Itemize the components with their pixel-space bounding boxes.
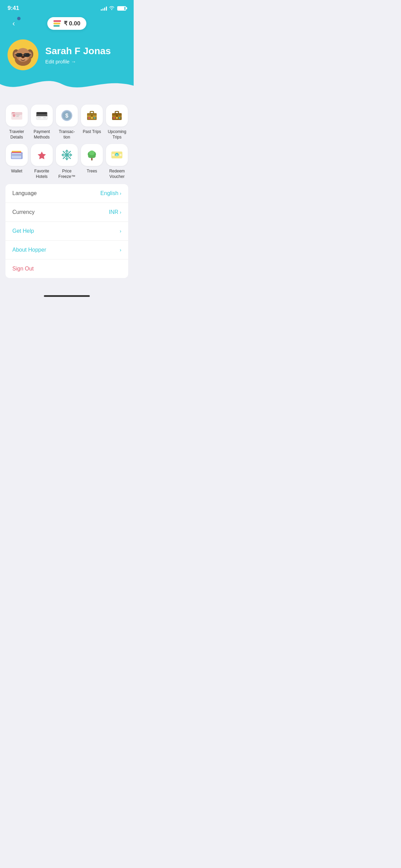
menu-item-wallet[interactable]: Wallet xyxy=(5,144,28,179)
status-bar: 9:41 xyxy=(0,0,134,14)
menu-item-past-trips[interactable]: Past Trips xyxy=(81,105,103,140)
get-help-item[interactable]: Get Help › xyxy=(5,222,128,241)
currency-chevron: › xyxy=(120,209,121,215)
svg-rect-20 xyxy=(16,116,19,117)
past-trips-label: Past Trips xyxy=(83,129,101,135)
menu-row-1: Traveler Details Payment Methods xyxy=(5,105,128,140)
wallet-cards-icon xyxy=(53,20,61,27)
back-button[interactable]: ‹ xyxy=(8,17,20,30)
notification-dot xyxy=(17,17,21,20)
svg-text:$: $ xyxy=(65,113,69,119)
svg-point-18 xyxy=(13,114,15,117)
sign-out-item[interactable]: Sign Out xyxy=(5,260,128,278)
trees-icon-bg xyxy=(81,144,103,166)
menu-item-traveler-details[interactable]: Traveler Details xyxy=(5,105,28,140)
about-hopper-label: About Hopper xyxy=(12,247,46,253)
currency-value: INR › xyxy=(109,209,121,215)
home-indicator xyxy=(44,295,90,297)
svg-point-71 xyxy=(120,154,122,156)
transaction-icon: $ xyxy=(61,109,73,122)
header: ‹ ₹ 0.00 xyxy=(0,14,134,33)
header-top: ‹ ₹ 0.00 xyxy=(8,17,126,33)
language-current: English xyxy=(100,190,118,196)
svg-rect-32 xyxy=(90,111,94,113)
wifi-icon xyxy=(109,5,114,11)
about-hopper-item[interactable]: About Hopper › xyxy=(5,241,128,260)
wave-separator xyxy=(0,74,134,101)
language-item[interactable]: Language English › xyxy=(5,184,128,203)
price-freeze-icon xyxy=(61,149,73,161)
settings-list: Language English › Currency INR › Get He… xyxy=(5,184,128,278)
get-help-chevron: › xyxy=(120,228,121,234)
transaction-label: Transac- tion xyxy=(56,129,78,140)
transaction-icon-bg: $ xyxy=(56,105,78,126)
balance-pill[interactable]: ₹ 0.00 xyxy=(47,17,87,30)
balance-amount: ₹ 0.00 xyxy=(64,20,81,27)
profile-name: Sarah F Jonas xyxy=(45,46,111,57)
wallet-label: Wallet xyxy=(11,169,22,174)
currency-label: Currency xyxy=(12,209,35,215)
battery-icon xyxy=(117,6,126,11)
language-value: English › xyxy=(100,190,121,196)
get-help-label: Get Help xyxy=(12,228,34,234)
menu-item-upcoming-trips[interactable]: Upcoming Trips xyxy=(106,105,128,140)
svg-point-43 xyxy=(113,117,115,119)
svg-rect-21 xyxy=(12,112,15,113)
svg-rect-45 xyxy=(116,117,118,119)
svg-rect-37 xyxy=(91,117,93,119)
trees-icon xyxy=(86,149,98,161)
traveler-details-icon-bg xyxy=(6,105,28,126)
menu-item-trees[interactable]: Trees xyxy=(81,144,103,179)
edit-profile-button[interactable]: Edit profile → xyxy=(45,59,111,64)
svg-rect-42 xyxy=(116,115,118,117)
svg-rect-34 xyxy=(91,115,93,117)
menu-row-2: Wallet Favorite Hotels xyxy=(5,144,128,179)
traveler-details-icon xyxy=(11,111,23,120)
past-trips-icon-bg xyxy=(81,105,103,126)
svg-point-70 xyxy=(112,154,114,156)
language-label: Language xyxy=(12,190,37,196)
profile-info: Sarah F Jonas Edit profile → xyxy=(45,46,111,64)
upcoming-trips-label: Upcoming Trips xyxy=(106,129,128,140)
past-trips-icon xyxy=(86,110,98,121)
svg-point-44 xyxy=(119,117,121,119)
svg-rect-64 xyxy=(91,158,93,160)
back-arrow: ‹ xyxy=(12,19,15,28)
traveler-details-label: Traveler Details xyxy=(5,129,28,140)
about-hopper-chevron: › xyxy=(120,247,121,253)
avatar xyxy=(8,39,38,70)
svg-rect-51 xyxy=(11,154,23,156)
wallet-icon xyxy=(11,150,23,160)
payment-methods-icon xyxy=(36,111,48,120)
currency-item[interactable]: Currency INR › xyxy=(5,203,128,222)
svg-rect-15 xyxy=(24,54,26,55)
menu-item-payment-methods[interactable]: Payment Methods xyxy=(31,105,53,140)
svg-text:$: $ xyxy=(116,154,118,157)
svg-rect-14 xyxy=(17,54,19,55)
redeem-voucher-icon: $ xyxy=(111,150,123,160)
svg-point-36 xyxy=(94,117,96,119)
svg-rect-10 xyxy=(24,53,30,57)
favorite-hotels-icon-bg xyxy=(31,144,53,166)
signal-icon xyxy=(101,6,107,11)
payment-methods-label: Payment Methods xyxy=(31,129,53,140)
menu-item-price-freeze[interactable]: Price Freeze™ xyxy=(56,144,78,179)
menu-item-redeem-voucher[interactable]: $ Redeem Voucher xyxy=(106,144,128,179)
trees-label: Trees xyxy=(87,169,97,174)
svg-rect-25 xyxy=(43,117,46,118)
dog-avatar-icon xyxy=(9,41,37,69)
svg-rect-40 xyxy=(115,111,119,113)
svg-rect-24 xyxy=(37,117,41,118)
svg-rect-26 xyxy=(36,112,47,114)
main-content: Traveler Details Payment Methods xyxy=(0,101,134,288)
svg-rect-23 xyxy=(36,114,47,116)
status-icons xyxy=(101,5,126,11)
upcoming-trips-icon xyxy=(111,110,123,121)
menu-item-favorite-hotels[interactable]: Favorite Hotels xyxy=(31,144,53,179)
favorite-hotels-label: Favorite Hotels xyxy=(31,169,53,179)
price-freeze-label: Price Freeze™ xyxy=(56,169,78,179)
wallet-icon-bg xyxy=(6,144,28,166)
svg-rect-9 xyxy=(16,53,22,57)
menu-item-transaction[interactable]: $ Transac- tion xyxy=(56,105,78,140)
currency-current: INR xyxy=(109,209,119,215)
